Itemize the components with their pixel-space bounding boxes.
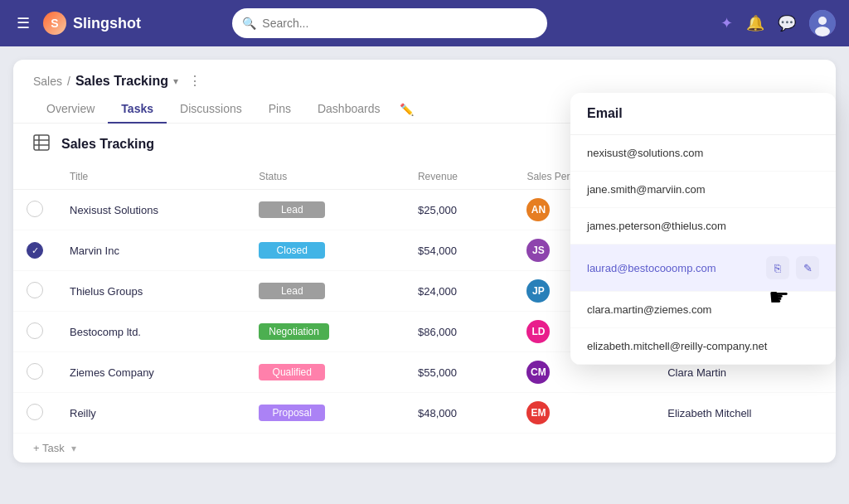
bell-icon[interactable]: 🔔 <box>746 14 764 32</box>
search-bar: 🔍 <box>232 8 547 38</box>
cell-revenue: $25,000 <box>405 190 513 230</box>
row-title: Ziemes Company <box>70 366 154 379</box>
table-title-area: Sales Tracking <box>33 134 154 154</box>
email-list: nexisust@solutions.comjane.smith@marviin… <box>570 135 836 365</box>
cell-title: Bestocomp ltd. <box>70 326 232 338</box>
col-title: Title <box>56 164 245 190</box>
email-address: laurad@bestocooomp.com <box>587 262 716 274</box>
email-address: james.peterson@thielus.com <box>587 220 726 232</box>
cell-revenue: $86,000 <box>405 312 513 352</box>
row-title: Nexisust Solutions <box>70 204 158 216</box>
cell-revenue: $54,000 <box>405 230 513 271</box>
email-popup: Email nexisust@solutions.comjane.smith@m… <box>570 93 836 365</box>
avatar: AN <box>526 198 550 221</box>
logo-icon: S <box>43 12 66 35</box>
edit-icon[interactable]: ✎ <box>796 256 819 279</box>
cell-revenue: $55,000 <box>405 352 513 393</box>
email-popup-item[interactable]: nexisust@solutions.com <box>570 135 836 172</box>
svg-point-2 <box>815 27 830 36</box>
email-address: elizabeth.mitchell@reilly-company.net <box>587 340 767 352</box>
tab-edit-icon[interactable]: ✏️ <box>400 103 414 116</box>
row-title: Bestocomp ltd. <box>70 326 141 338</box>
table-title-text: Sales Tracking <box>61 137 154 152</box>
tab-pins[interactable]: Pins <box>255 95 304 124</box>
avatar: EM <box>526 401 550 424</box>
user-avatar[interactable] <box>809 10 836 36</box>
row-checkbox[interactable]: ✓ <box>27 242 43 259</box>
add-task-chevron-icon[interactable]: ▾ <box>71 443 76 454</box>
add-task-label[interactable]: + Task <box>33 442 65 454</box>
breadcrumb-current: Sales Tracking <box>75 74 168 89</box>
tab-dashboards[interactable]: Dashboards <box>304 95 394 124</box>
tab-discussions[interactable]: Discussions <box>167 95 255 124</box>
cell-revenue: $24,000 <box>405 271 513 312</box>
logo-text: Slingshot <box>73 15 141 32</box>
cell-revenue: $48,000 <box>405 393 513 434</box>
row-title: Reilly <box>70 407 96 419</box>
cell-title: Nexisust Solutions <box>70 204 232 216</box>
cell-contact: Elizabeth Mitchell <box>654 393 836 434</box>
svg-rect-3 <box>34 135 49 150</box>
nav-actions: ✦ 🔔 💬 <box>720 10 836 36</box>
breadcrumb-more-icon[interactable]: ⋮ <box>188 73 201 89</box>
status-badge: Negotiation <box>259 323 329 340</box>
avatar: CM <box>526 361 550 384</box>
row-checkbox[interactable] <box>27 282 43 298</box>
email-popup-item[interactable]: clara.martin@ziemes.com <box>570 292 836 328</box>
row-checkbox[interactable] <box>27 322 43 339</box>
cell-title: Marvin Inc <box>70 245 232 257</box>
email-popup-item[interactable]: elizabeth.mitchell@reilly-company.net <box>570 328 836 365</box>
table-icon <box>33 134 53 154</box>
chat-icon[interactable]: 💬 <box>778 14 796 32</box>
breadcrumb-chevron-icon[interactable]: ▾ <box>173 75 178 87</box>
search-input[interactable] <box>232 8 547 38</box>
row-checkbox[interactable] <box>27 404 43 420</box>
row-title: Marvin Inc <box>70 245 119 257</box>
col-revenue: Revenue <box>405 164 513 190</box>
avatar: JP <box>526 279 550 303</box>
copy-icon[interactable]: ⎘ <box>766 256 789 279</box>
avatar: JS <box>526 239 550 262</box>
main-wrapper: Sales / Sales Tracking ▾ ⋮ Overview Task… <box>0 46 849 504</box>
row-checkbox[interactable] <box>27 201 43 217</box>
tab-tasks[interactable]: Tasks <box>108 95 167 124</box>
email-actions: ⎘ ✎ <box>766 256 819 279</box>
avatar: LD <box>526 320 550 343</box>
cell-title: Reilly <box>70 407 232 419</box>
email-popup-item[interactable]: laurad@bestocooomp.com ⎘ ✎ <box>570 245 836 292</box>
hamburger-icon[interactable]: ☰ <box>13 11 33 36</box>
email-address: nexisust@solutions.com <box>587 147 703 159</box>
email-address: clara.martin@ziemes.com <box>587 303 711 316</box>
search-icon: 🔍 <box>242 17 256 30</box>
cell-title: Ziemes Company <box>70 366 232 379</box>
breadcrumb-separator: / <box>67 75 70 88</box>
add-task-row[interactable]: + Task ▾ <box>13 434 836 463</box>
logo: S Slingshot <box>43 12 141 35</box>
status-badge: Lead <box>259 201 325 218</box>
svg-point-1 <box>818 17 827 25</box>
table-row: Reilly Proposal $48,000 EM Elizabeth Mit… <box>13 393 836 434</box>
email-popup-item[interactable]: jane.smith@marviin.com <box>570 172 836 208</box>
tab-overview[interactable]: Overview <box>33 95 108 124</box>
row-title: Thielus Groups <box>70 285 143 298</box>
breadcrumb-parent: Sales <box>33 75 62 88</box>
navbar: ☰ S Slingshot 🔍 ✦ 🔔 💬 <box>0 0 849 46</box>
email-popup-title: Email <box>570 93 836 135</box>
email-popup-item[interactable]: james.peterson@thielus.com <box>570 208 836 245</box>
sparkle-icon[interactable]: ✦ <box>720 14 733 32</box>
status-badge: Lead <box>259 283 325 299</box>
breadcrumb: Sales / Sales Tracking ▾ ⋮ <box>13 60 836 89</box>
status-badge: Qualified <box>259 364 325 380</box>
cell-title: Thielus Groups <box>70 285 232 298</box>
email-address: jane.smith@marviin.com <box>587 183 706 196</box>
col-status: Status <box>245 164 405 190</box>
status-badge: Proposal <box>259 405 325 421</box>
row-checkbox[interactable] <box>27 363 43 380</box>
status-badge: Closed <box>259 242 325 259</box>
